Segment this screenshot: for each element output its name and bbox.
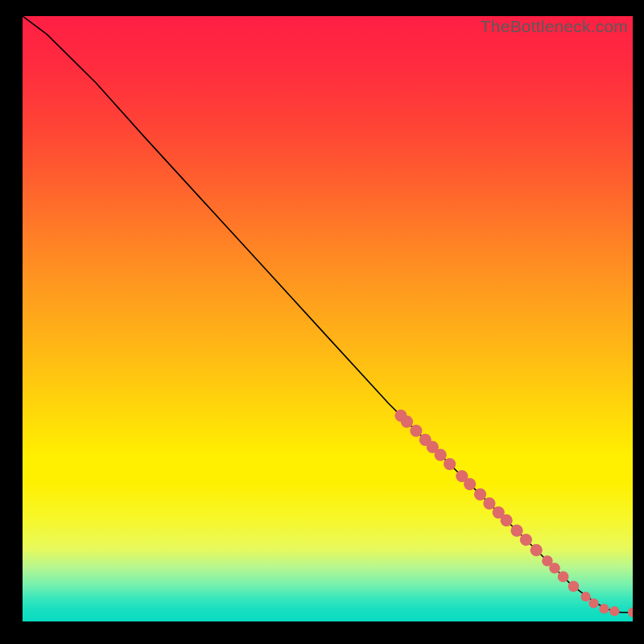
marker-dot <box>483 497 495 510</box>
marker-dot <box>530 544 543 556</box>
marker-dot <box>510 525 522 537</box>
marker-dot <box>568 581 580 592</box>
marker-dot <box>558 572 569 583</box>
marker-group <box>394 410 633 617</box>
chart-frame: TheBottleneck.com <box>23 16 633 621</box>
marker-dot <box>444 458 456 470</box>
marker-dot <box>464 478 476 490</box>
marker-dot <box>609 606 619 616</box>
marker-dot <box>435 449 447 461</box>
chart-overlay <box>23 16 633 621</box>
marker-dot <box>410 425 422 437</box>
bottleneck-curve <box>23 16 633 613</box>
marker-dot <box>549 563 560 574</box>
marker-dot <box>581 592 591 601</box>
marker-dot <box>588 598 598 608</box>
marker-dot <box>520 534 532 546</box>
marker-dot <box>628 608 633 617</box>
marker-dot <box>474 489 486 501</box>
marker-dot <box>501 514 513 526</box>
marker-dot <box>401 415 413 427</box>
marker-dot <box>599 604 609 613</box>
